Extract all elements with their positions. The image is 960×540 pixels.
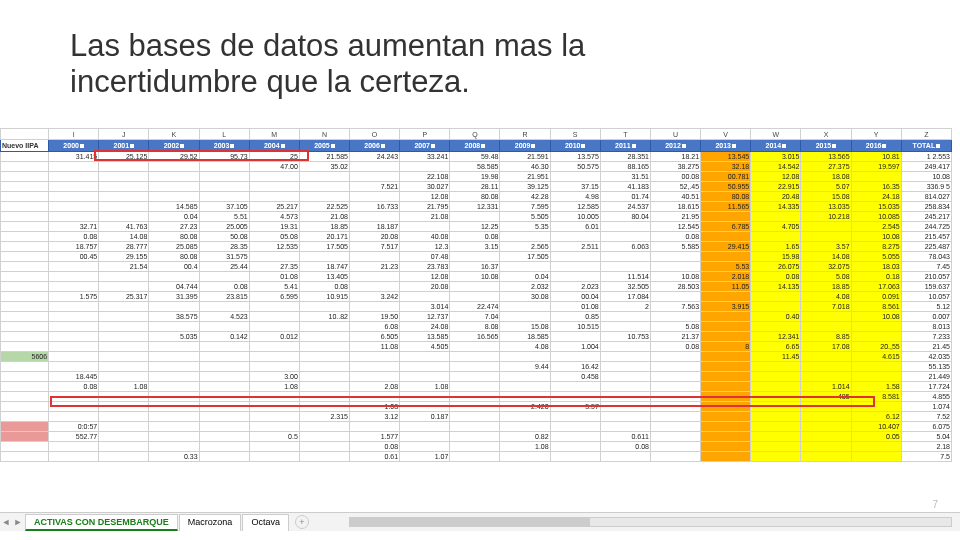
cell[interactable] [149, 422, 199, 432]
cell[interactable] [99, 452, 149, 462]
cell[interactable] [299, 422, 349, 432]
cell[interactable]: 1.074 [901, 402, 951, 412]
cell[interactable] [450, 402, 500, 412]
column-header[interactable]: U [650, 129, 700, 140]
cell[interactable]: 14.08 [801, 252, 851, 262]
cell[interactable] [1, 152, 49, 162]
cell[interactable]: 11.05 [701, 282, 751, 292]
sheet-tab[interactable]: Octava [242, 514, 289, 531]
cell[interactable] [49, 442, 99, 452]
cell[interactable] [701, 292, 751, 302]
column-header[interactable]: N [299, 129, 349, 140]
cell[interactable] [299, 392, 349, 402]
cell[interactable]: 8.275 [851, 242, 901, 252]
cell[interactable] [851, 172, 901, 182]
cell[interactable] [99, 352, 149, 362]
cell[interactable]: 16.733 [350, 202, 400, 212]
cell[interactable] [99, 362, 149, 372]
cell[interactable]: 22.915 [751, 182, 801, 192]
cell[interactable]: 18.08 [801, 172, 851, 182]
cell[interactable]: 05.08 [249, 232, 299, 242]
cell[interactable]: 5.57 [550, 402, 600, 412]
cell[interactable]: 39.125 [500, 182, 550, 192]
cell[interactable] [550, 442, 600, 452]
cell[interactable] [149, 272, 199, 282]
cell[interactable]: 25.125 [99, 152, 149, 162]
cell[interactable]: 29.52 [149, 152, 199, 162]
cell[interactable] [149, 372, 199, 382]
cell[interactable] [550, 272, 600, 282]
cell[interactable] [249, 392, 299, 402]
year-header[interactable]: 2010 [550, 140, 600, 152]
cell[interactable] [199, 392, 249, 402]
cell[interactable] [450, 352, 500, 362]
cell[interactable]: 5.35 [500, 222, 550, 232]
column-header[interactable]: O [350, 129, 400, 140]
cell[interactable] [249, 442, 299, 452]
year-header[interactable]: 2001 [99, 140, 149, 152]
cell[interactable] [400, 432, 450, 442]
cell[interactable]: 32.71 [49, 222, 99, 232]
cell[interactable] [49, 352, 99, 362]
cell[interactable] [851, 452, 901, 462]
cell[interactable] [650, 352, 700, 362]
cell[interactable] [299, 402, 349, 412]
cell[interactable]: 10.218 [801, 212, 851, 222]
cell[interactable]: 16.42 [550, 362, 600, 372]
cell[interactable] [600, 262, 650, 272]
cell[interactable] [299, 352, 349, 362]
cell[interactable] [751, 442, 801, 452]
cell[interactable]: 21.37 [650, 332, 700, 342]
cell[interactable] [1, 392, 49, 402]
cell[interactable]: 27.35 [249, 262, 299, 272]
cell[interactable] [650, 452, 700, 462]
column-header[interactable]: X [801, 129, 851, 140]
cell[interactable] [350, 212, 400, 222]
cell[interactable]: 21.585 [299, 152, 349, 162]
cell[interactable] [550, 412, 600, 422]
cell[interactable] [149, 322, 199, 332]
cell[interactable]: 25.44 [199, 262, 249, 272]
cell[interactable] [600, 352, 650, 362]
cell[interactable]: 0.08 [49, 382, 99, 392]
cell[interactable]: 2.565 [500, 242, 550, 252]
year-header[interactable]: 2000 [49, 140, 99, 152]
cell[interactable] [450, 382, 500, 392]
cell[interactable] [249, 322, 299, 332]
cell[interactable]: 4.08 [801, 292, 851, 302]
cell[interactable]: 21.795 [400, 202, 450, 212]
cell[interactable]: 1.577 [350, 432, 400, 442]
cell[interactable]: 38.575 [149, 312, 199, 322]
cell[interactable] [1, 362, 49, 372]
cell[interactable] [600, 252, 650, 262]
cell[interactable]: 12.535 [249, 242, 299, 252]
cell[interactable] [350, 362, 400, 372]
cell[interactable]: 1.014 [801, 382, 851, 392]
cell[interactable]: 0.012 [249, 332, 299, 342]
cell[interactable] [701, 442, 751, 452]
cell[interactable] [701, 432, 751, 442]
cell[interactable]: 8.561 [851, 302, 901, 312]
cell[interactable]: 1 2.553 [901, 152, 951, 162]
cell[interactable] [751, 322, 801, 332]
cell[interactable] [801, 222, 851, 232]
cell[interactable] [801, 422, 851, 432]
cell[interactable] [1, 422, 49, 432]
cell[interactable] [1, 372, 49, 382]
cell[interactable]: 20.08 [400, 282, 450, 292]
cell[interactable]: 16.35 [851, 182, 901, 192]
cell[interactable] [550, 392, 600, 402]
cell[interactable] [701, 322, 751, 332]
cell[interactable] [550, 332, 600, 342]
cell[interactable]: 21.449 [901, 372, 951, 382]
cell[interactable]: 31.395 [149, 292, 199, 302]
cell[interactable] [701, 232, 751, 242]
cell[interactable] [751, 232, 801, 242]
cell[interactable] [49, 182, 99, 192]
cell[interactable] [400, 402, 450, 412]
cell[interactable]: 80.08 [450, 192, 500, 202]
cell[interactable]: 00.45 [49, 252, 99, 262]
cell[interactable]: 336.9 5 [901, 182, 951, 192]
cell[interactable] [650, 432, 700, 442]
cell[interactable]: 14.335 [751, 202, 801, 212]
